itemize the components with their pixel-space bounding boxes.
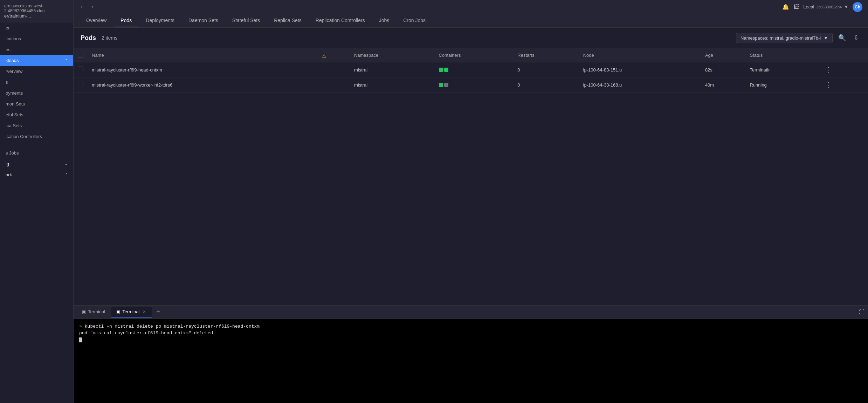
terminal-tab-2[interactable]: ▣ Terminal ✕ [111,307,152,317]
sidebar-item-s[interactable]: s [0,77,73,88]
sidebar-item-replica-sets[interactable]: ica Sets [0,120,73,131]
terminal-arrow-icon: > [79,324,82,329]
col-age[interactable]: Age [701,48,746,62]
col-containers[interactable]: Containers [435,48,514,62]
search-button[interactable]: 🔍 [836,33,848,43]
tab-pods[interactable]: Pods [113,14,139,27]
tab-bar: Overview Pods Deployments Daemon Sets St… [74,14,868,28]
row1-namespace[interactable]: mistral [350,62,435,77]
sidebar-item-workloads[interactable]: kloads ⌃ [0,55,73,66]
row1-warning [318,62,350,77]
namespace-select[interactable]: Namespaces: mistral, gradio-mistral7b-i … [736,33,833,43]
tab-replica-sets[interactable]: Replica Sets [267,14,309,27]
col-namespace[interactable]: Namespace [350,48,435,62]
pods-header: Pods 2 items Namespaces: mistral, gradio… [74,28,868,48]
terminal-tab-2-close-icon[interactable]: ✕ [142,309,147,315]
topbar: ← → 🔔 🖼 Local 3c0630002eb4 ▼ Ch [74,0,868,14]
select-all-checkbox[interactable] [78,52,83,57]
add-terminal-tab-button[interactable]: + [153,308,163,316]
row2-checkbox[interactable] [78,82,83,87]
container-dot-green [439,68,443,72]
row2-status: Running [745,77,819,93]
row1-more[interactable]: ⋮ [819,62,868,77]
terminal-icon-2: ▣ [116,309,120,314]
row1-containers [435,62,514,77]
row2-more-icon[interactable]: ⋮ [823,81,834,89]
terminal-tab-1[interactable]: ▣ Terminal [77,307,110,317]
col-status[interactable]: Status [745,48,819,62]
terminal-expand-button[interactable]: ⛶ [859,309,864,315]
terminal-output: pod "mistral-raycluster-rf6l9-head-cntxm… [79,330,862,336]
cluster-dropdown-icon[interactable]: ▼ [844,4,848,9]
terminal-cursor-line [79,337,862,342]
sidebar-item-replication-controllers[interactable]: ication Controllers [0,131,73,142]
sidebar-item-jobs[interactable]: s Jobs [0,148,73,158]
col-actions [819,48,868,62]
tab-deployments[interactable]: Deployments [139,14,181,27]
namespace-select-label: Namespaces: mistral, gradio-mistral7b-i [740,35,821,41]
row2-age: 40m [701,77,746,93]
sidebar-item-daemon-sets[interactable]: mon Sets [0,98,73,109]
cluster-id: 3c0630002eb4 [816,5,842,9]
col-name[interactable]: Name [88,48,318,62]
row2-more[interactable]: ⋮ [819,77,868,93]
tab-daemon-sets[interactable]: Daemon Sets [181,14,225,27]
col-node[interactable]: Node [579,48,701,62]
sidebar-item-stateful-sets[interactable]: eful Sets [0,109,73,120]
pods-title: Pods [81,34,96,42]
sidebar: arn:aws:eks:us-west- 2:489829964455:clus… [0,0,74,403]
forward-icon[interactable]: → [88,3,95,11]
row1-restarts: 0 [513,62,579,77]
pods-title-area: Pods 2 items [81,34,117,42]
pods-count: 2 items [102,35,117,41]
terminal-body[interactable]: > kubectl -n mistral delete po mistral-r… [74,319,868,403]
col-restarts[interactable]: Restarts [513,48,579,62]
terminal-tab-1-label: Terminal [88,309,105,314]
terminal-tab-2-label: Terminal [122,309,139,314]
row2-name: mistral-raycluster-rf6l9-worker-inf2-tdr… [88,77,318,93]
sidebar-item-ications[interactable]: ications [0,33,73,44]
row2-restarts: 0 [513,77,579,93]
table-header-row: Name △ Namespace Containers Restarts Nod… [74,48,868,62]
row2-containers [435,77,514,93]
notifications-icon[interactable]: 🔔 [782,4,789,10]
avatar[interactable]: Ch [853,2,862,12]
col-warning: △ [318,48,350,62]
row1-node[interactable]: ip-100-64-83-151.u [579,62,701,77]
monitor-icon: 🖼 [793,4,799,10]
sidebar-item-deployments[interactable]: oyments [0,88,73,98]
row2-namespace[interactable]: mistral [350,77,435,93]
row1-more-icon[interactable]: ⋮ [823,66,834,74]
back-icon[interactable]: ← [79,3,85,11]
tab-replication-controllers[interactable]: Replication Controllers [309,14,372,27]
sidebar-item-network[interactable]: ork ⌃ [0,169,73,180]
table-row: mistral-raycluster-rf6l9-head-cntxm mist… [74,62,868,77]
tab-stateful-sets[interactable]: Stateful Sets [225,14,267,27]
tab-jobs[interactable]: Jobs [372,14,397,27]
tab-overview[interactable]: Overview [79,14,113,27]
col-checkbox [74,48,88,62]
row1-status: Terminatir [745,62,819,77]
container-dot-green-3 [439,83,443,87]
main-content: ← → 🔔 🖼 Local 3c0630002eb4 ▼ Ch Overview… [74,0,868,403]
cluster-selector[interactable]: Local 3c0630002eb4 ▼ [803,4,848,9]
terminal-tab-bar: ▣ Terminal ▣ Terminal ✕ + ⛶ [74,306,868,319]
terminal-prompt: > kubectl -n mistral delete po mistral-r… [79,324,862,329]
terminal-command: kubectl -n mistral delete po mistral-ray… [85,324,260,329]
terminal-icon-1: ▣ [82,309,86,314]
workloads-chevron-icon: ⌃ [65,59,68,62]
sidebar-item-er[interactable]: er [0,22,73,33]
row1-checkbox[interactable] [78,67,83,72]
tab-cron-jobs[interactable]: Cron Jobs [396,14,433,27]
sidebar-item-overview[interactable]: rverview [0,66,73,77]
pods-table-scroll: Name △ Namespace Containers Restarts Nod… [74,48,868,305]
sidebar-item-es[interactable]: es [0,44,73,55]
warning-header-icon: △ [322,53,326,58]
row2-node[interactable]: ip-100-64-33-168.u [579,77,701,93]
cluster-info: arn:aws:eks:us-west- 2:489829964455:clus… [0,0,73,22]
download-button[interactable]: ⇩ [852,33,861,43]
sidebar-item-config[interactable]: ig ⌄ [0,158,73,169]
terminal-section: ▣ Terminal ▣ Terminal ✕ + ⛶ > kubectl -n… [74,305,868,403]
container-dot-green-2 [444,68,448,72]
cluster-arn: arn:aws:eks:us-west- [4,4,69,8]
